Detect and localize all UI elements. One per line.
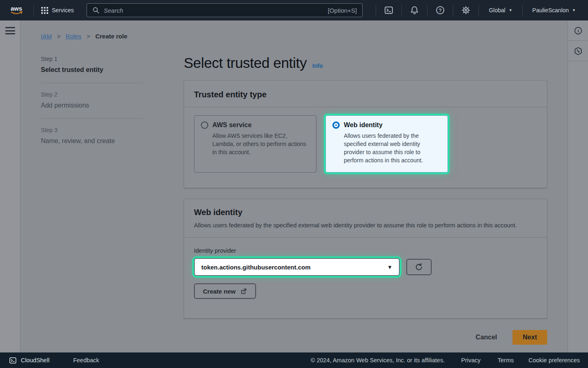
wizard-step-2: Step 2 Add permissions bbox=[41, 83, 143, 118]
account-label: PaulieScanlon bbox=[532, 7, 569, 13]
hamburger-menu-icon[interactable] bbox=[5, 27, 15, 34]
identity-provider-label: Identity provider bbox=[194, 247, 537, 254]
wizard-step-3: Step 3 Name, review, and create bbox=[41, 118, 143, 154]
refresh-button[interactable] bbox=[406, 259, 432, 275]
option-aws-service[interactable]: AWS service Allow AWS services like EC2,… bbox=[194, 115, 316, 173]
external-link-icon bbox=[240, 288, 247, 295]
feedback-link[interactable]: Feedback bbox=[73, 357, 99, 364]
settings-button[interactable] bbox=[453, 0, 479, 20]
step-number: Step 1 bbox=[41, 56, 143, 62]
cookie-preferences-link[interactable]: Cookie preferences bbox=[528, 357, 580, 364]
resources-panel-button[interactable] bbox=[568, 41, 588, 61]
breadcrumb-link-iam[interactable]: IAM bbox=[41, 33, 52, 40]
breadcrumb-separator: > bbox=[87, 33, 90, 40]
create-new-label: Create new bbox=[203, 288, 236, 295]
gear-icon bbox=[461, 5, 471, 15]
left-rail bbox=[0, 20, 20, 352]
aws-logo[interactable]: aws bbox=[9, 4, 28, 16]
identity-provider-select[interactable]: token.actions.githubusercontent.com ▼ bbox=[194, 258, 400, 276]
services-menu[interactable]: Services bbox=[41, 7, 74, 14]
section-description: Allows users federated by the specified … bbox=[194, 221, 521, 230]
terms-link[interactable]: Terms bbox=[498, 357, 514, 364]
main-column: Select trusted entity Info Trusted entit… bbox=[184, 20, 547, 352]
web-identity-card: Web identity Allows users federated by t… bbox=[184, 199, 547, 319]
step-label: Name, review, and create bbox=[41, 137, 143, 145]
step-label: Add permissions bbox=[41, 102, 143, 109]
trusted-entity-type-card: Trusted entity type AWS service Allow AW… bbox=[184, 80, 547, 188]
radio-unchecked-icon[interactable] bbox=[201, 121, 208, 129]
notifications-button[interactable] bbox=[402, 0, 427, 20]
aws-logo-icon: aws bbox=[9, 4, 26, 16]
help-button[interactable]: ? bbox=[428, 0, 453, 20]
step-number: Step 3 bbox=[41, 127, 143, 133]
global-search[interactable]: [Option+S] bbox=[87, 3, 363, 17]
cloudshell-terminal-icon bbox=[384, 5, 394, 15]
breadcrumb-link-roles[interactable]: Roles bbox=[66, 33, 81, 40]
copyright-text: © 2024, Amazon Web Services, Inc. or its… bbox=[311, 357, 445, 364]
cancel-button[interactable]: Cancel bbox=[476, 334, 497, 341]
breadcrumb: IAM > Roles > Create role bbox=[41, 33, 127, 40]
option-description: Allows users federated by the specified … bbox=[344, 132, 441, 164]
question-circle-icon: ? bbox=[435, 5, 445, 15]
search-shortcut-hint: [Option+S] bbox=[328, 7, 357, 14]
cloudshell-label: CloudShell bbox=[21, 357, 49, 364]
breadcrumb-separator: > bbox=[57, 33, 60, 40]
info-link[interactable]: Info bbox=[312, 63, 323, 69]
services-grid-icon bbox=[41, 7, 48, 14]
search-input[interactable] bbox=[104, 7, 324, 14]
topbar-divider bbox=[33, 5, 34, 16]
info-circle-icon: i bbox=[574, 26, 583, 35]
cloudshell-terminal-icon bbox=[9, 357, 17, 364]
breadcrumb-current: Create role bbox=[95, 33, 127, 40]
services-label: Services bbox=[52, 7, 74, 13]
right-rail: i bbox=[568, 20, 588, 352]
option-title: AWS service bbox=[212, 121, 252, 129]
step-number: Step 2 bbox=[41, 91, 143, 98]
section-header: Web identity bbox=[194, 208, 537, 217]
region-selector[interactable]: Global ▼ bbox=[479, 0, 522, 20]
svg-text:?: ? bbox=[439, 8, 442, 13]
region-label: Global bbox=[489, 7, 505, 13]
top-navigation-bar: aws Services [Option+S] bbox=[0, 0, 588, 20]
refresh-icon bbox=[414, 263, 423, 272]
search-icon bbox=[92, 7, 100, 14]
info-panel-button[interactable]: i bbox=[568, 20, 588, 41]
hexagon-icon bbox=[574, 47, 583, 56]
privacy-link[interactable]: Privacy bbox=[461, 357, 481, 364]
page-content: i IAM > Roles > Create role Step 1 Selec… bbox=[0, 20, 588, 352]
wizard-steps: Step 1 Select trusted entity Step 2 Add … bbox=[41, 52, 143, 154]
svg-text:i: i bbox=[577, 28, 579, 33]
radio-checked-icon[interactable] bbox=[332, 121, 340, 129]
select-caret-icon: ▼ bbox=[387, 264, 392, 270]
step-label: Select trusted entity bbox=[41, 66, 143, 74]
next-button[interactable]: Next bbox=[512, 330, 547, 345]
footer-cloudshell-button[interactable]: CloudShell bbox=[9, 357, 49, 364]
cloudshell-button[interactable] bbox=[376, 0, 401, 20]
create-new-button[interactable]: Create new bbox=[194, 283, 256, 299]
bell-icon bbox=[410, 5, 419, 15]
wizard-step-1[interactable]: Step 1 Select trusted entity bbox=[41, 52, 143, 83]
identity-provider-value: token.actions.githubusercontent.com bbox=[201, 264, 311, 271]
svg-text:aws: aws bbox=[11, 5, 22, 12]
chevron-down-icon: ▼ bbox=[572, 9, 576, 12]
option-web-identity[interactable]: Web identity Allows users federated by t… bbox=[325, 115, 448, 173]
option-title: Web identity bbox=[344, 121, 383, 129]
account-menu[interactable]: PaulieScanlon ▼ bbox=[523, 0, 588, 20]
footer-bar: CloudShell Feedback © 2024, Amazon Web S… bbox=[0, 352, 588, 368]
chevron-down-icon: ▼ bbox=[509, 9, 512, 12]
option-description: Allow AWS services like EC2, Lambda, or … bbox=[212, 132, 310, 156]
page-title: Select trusted entity bbox=[184, 55, 307, 71]
section-header: Trusted entity type bbox=[194, 90, 537, 99]
